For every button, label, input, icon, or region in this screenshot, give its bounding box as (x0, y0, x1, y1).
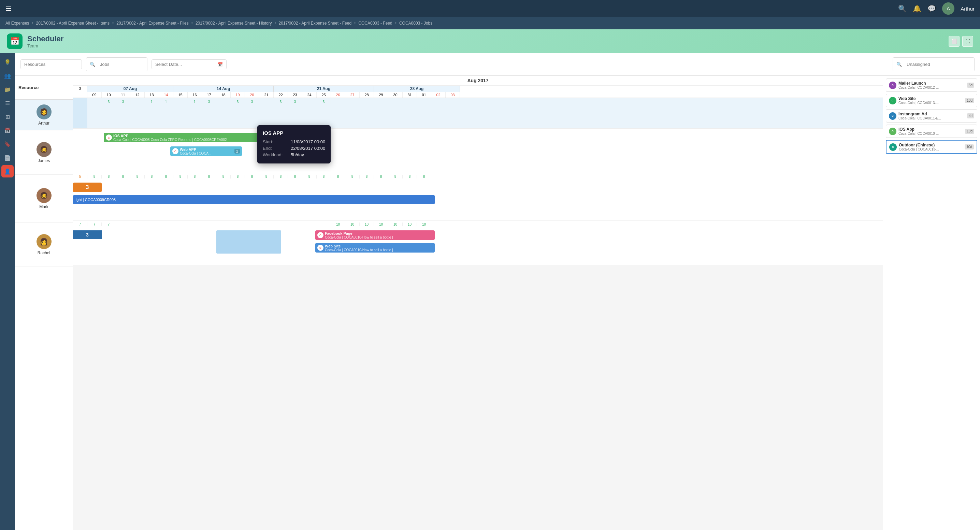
search-icon[interactable]: 🔍 (898, 5, 907, 13)
breadcrumb-sep: • (274, 21, 276, 25)
week-group-2: 14 Aug 15 16 17 18 19 20 21 (173, 86, 274, 98)
breadcrumb-item[interactable]: 2017/0002 - April Expense Sheet - Items (36, 21, 110, 25)
resource-row-mark: 🧔 Mark (15, 175, 73, 223)
avatar-rachel: 👩 (37, 234, 51, 249)
coca-cola-logo: C (317, 232, 323, 238)
expand-button[interactable]: ⬜ (948, 36, 959, 47)
event-count: 3 (86, 184, 89, 191)
week-row: 3 07 Aug 09 10 11 12 13 14 (73, 86, 883, 98)
unassigned-item-instagram[interactable]: C Instangram Ad Coca-Cola | COCA0011-E..… (886, 109, 977, 123)
unassigned-logo: C (889, 112, 896, 120)
day-header: 3 (73, 86, 88, 98)
week-group-3: 21 Aug 22 23 24 25 26 27 28 (274, 86, 374, 98)
breadcrumb-item[interactable]: All Expenses (5, 21, 29, 25)
breadcrumb-sep: • (32, 21, 33, 25)
resources-input[interactable] (21, 59, 82, 69)
sidebar-item-people[interactable]: 👥 (2, 70, 14, 82)
unassigned-duration: 5d (967, 83, 974, 88)
unassigned-logo: C (889, 81, 896, 89)
breadcrumb-item[interactable]: 2017/0002 - April Expense Sheet - Feed (279, 21, 352, 25)
event-title: Web APP (180, 147, 232, 151)
unassigned-input[interactable] (903, 60, 965, 69)
unassigned-duration: 4d (967, 113, 974, 118)
breadcrumb-item[interactable]: COCA0003 - Feed (358, 21, 392, 25)
rachel-numbers: 7 7 7 (73, 221, 883, 228)
bell-icon[interactable]: 🔔 (913, 5, 921, 13)
breadcrumb-item[interactable]: COCA0003 - Jobs (399, 21, 432, 25)
mark-long-event[interactable]: ight | COCA0009CR008 (73, 195, 435, 204)
unassigned-panel: C Mailer Launch Coca-Cola | COCA0012-...… (883, 76, 980, 530)
chat-icon[interactable]: 💬 (928, 5, 936, 13)
resource-row-james: 🧔 James (15, 131, 73, 175)
top-nav-right: 🔍 🔔 💬 A Arthur (898, 2, 975, 15)
unassigned-text: Outdoor (Chinese) Coca-Cola | COCA0013-.… (899, 143, 963, 151)
jobs-input[interactable] (97, 60, 144, 69)
resource-name-mark: Mark (39, 204, 48, 209)
resource-row-arthur: 🧔 Arthur (15, 100, 73, 131)
avatar-mark: 🧔 (37, 188, 51, 203)
tooltip-workload: Workload: 5h/day (263, 152, 325, 158)
rachel-lightblue (216, 230, 281, 253)
date-select[interactable]: Select Date... 📅 (151, 59, 227, 69)
breadcrumb-sep: • (354, 21, 356, 25)
sidebar-item-calendar[interactable]: 📅 (2, 124, 14, 137)
ios-app-tooltip: iOS APP Start: 11/08/2017 00:00 End: 22/… (257, 125, 331, 164)
resource-name-james: James (38, 158, 50, 163)
scheduler-body: Resource 🧔 Arthur 🧔 James 🧔 Mark (15, 76, 980, 530)
tooltip-start: Start: 11/08/2017 00:00 (263, 139, 325, 144)
sidebar: 💡 👥 📁 ☰ ⊞ 📅 🔖 📄 👤 (0, 53, 15, 530)
unassigned-duration: 10d (965, 144, 974, 150)
unassigned-logo: C (889, 127, 896, 135)
sidebar-item-grid[interactable]: ⊞ (2, 111, 14, 123)
unassigned-item-outdoor[interactable]: C Outdoor (Chinese) Coca-Cola | COCA0013… (886, 140, 977, 154)
coca-cola-logo: C (317, 245, 323, 251)
sidebar-item-folders[interactable]: 📁 (2, 83, 14, 95)
jobs-search-icon: 🔍 (90, 62, 95, 67)
facebook-page-event[interactable]: C Facebook Page Coca-Cola | COCA0010-How… (315, 230, 435, 240)
month-label: Aug 2017 (467, 78, 488, 83)
breadcrumb-item[interactable]: 2017/0002 - April Expense Sheet - Histor… (196, 21, 272, 25)
app-header: 📅 Scheduler Team ⬜ ⛶ (0, 29, 980, 53)
sidebar-item-list[interactable]: ☰ (2, 97, 14, 109)
sidebar-item-user[interactable]: 👤 (2, 165, 14, 177)
breadcrumb-sep: • (112, 21, 114, 25)
unassigned-text: Instangram Ad Coca-Cola | COCA0011-E... (899, 111, 965, 120)
arthur-numbers: 3 3 3 1 1 1 3 3 3 3 (73, 98, 883, 105)
user-name[interactable]: Arthur (961, 6, 975, 11)
avatar-james: 🧔 (37, 142, 51, 157)
web-app-event-james[interactable]: C Web APP Coca-Cola | COCA... 2 (170, 146, 242, 156)
resource-header-label: Resource (18, 85, 38, 90)
mark-event-orange[interactable]: 3 (73, 183, 102, 192)
week-group-1: 07 Aug 09 10 11 12 13 14 (88, 86, 173, 98)
unassigned-item-mailer[interactable]: C Mailer Launch Coca-Cola | COCA0012-...… (886, 78, 977, 92)
breadcrumb-sep: • (395, 21, 396, 25)
unassigned-text: Web Site Coca-Cola | COCA0013-... (899, 96, 963, 105)
toolbar: 🔍 Select Date... 📅 🔍 (15, 53, 980, 76)
mark-grid-row: 5 8 8 8 8 8 8 8 8 8 8 8 8 8 8 (73, 173, 883, 221)
web-site-event-rachel[interactable]: C Web Site Coca-Cola | COCA0010-How to s… (315, 243, 435, 253)
coca-cola-logo: C (106, 134, 112, 141)
calendar-icon: 📅 (217, 62, 223, 67)
app-icon: 📅 (7, 33, 22, 49)
sidebar-item-document[interactable]: 📄 (2, 151, 14, 164)
rachel-blue-block: 3 (73, 230, 102, 239)
tooltip-title: iOS APP (263, 130, 325, 136)
hamburger-menu[interactable]: ☰ (5, 5, 11, 13)
resource-panel: Resource 🧔 Arthur 🧔 James 🧔 Mark (15, 76, 73, 530)
fullscreen-button[interactable]: ⛶ (962, 36, 973, 47)
resource-name-rachel: Rachel (38, 250, 50, 255)
sidebar-item-bookmark[interactable]: 🔖 (2, 138, 14, 150)
grid-panel: Aug 2017 3 07 Aug 09 10 11 (73, 76, 883, 530)
breadcrumb: All Expenses • 2017/0002 - April Expense… (0, 17, 980, 29)
event-title: Facebook Page (325, 231, 433, 236)
unassigned-item-ios[interactable]: C iOS App Coca-Cola | COCA0010-... 10d (886, 124, 977, 138)
breadcrumb-sep: • (191, 21, 193, 25)
avatar-arthur: 🧔 (37, 104, 51, 119)
unassigned-duration: 10d (965, 98, 974, 103)
unassigned-item-website[interactable]: C Web Site Coca-Cola | COCA0013-... 10d (886, 94, 977, 107)
sidebar-item-ideas[interactable]: 💡 (2, 56, 14, 68)
grid-header: Aug 2017 3 07 Aug 09 10 11 (73, 76, 883, 98)
avatar[interactable]: A (942, 2, 955, 15)
breadcrumb-item[interactable]: 2017/0002 - April Expense Sheet - Files (116, 21, 188, 25)
arthur-grid-row: 3 3 3 1 1 1 3 3 3 3 (73, 98, 883, 129)
